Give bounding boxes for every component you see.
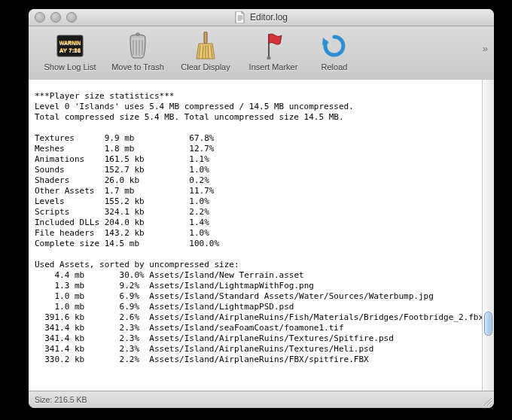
- document-icon: [235, 11, 245, 23]
- window-title: Editor.log: [29, 9, 494, 26]
- status-size: Size: 216.5 KB: [35, 395, 87, 404]
- svg-text:AY 7:36: AY 7:36: [59, 47, 81, 53]
- log-viewport: ***Player size statistics*** Level 0 'Is…: [29, 80, 494, 391]
- toolbar-label: Move to Trash: [111, 62, 164, 72]
- move-to-trash-button[interactable]: Move to Trash: [104, 31, 172, 72]
- clear-display-button[interactable]: Clear Display: [172, 31, 239, 72]
- insert-marker-button[interactable]: Insert Marker: [239, 31, 307, 72]
- toolbar-label: Reload: [322, 62, 348, 72]
- svg-rect-4: [136, 33, 139, 35]
- scroll-thumb[interactable]: [484, 312, 492, 336]
- broom-icon: [194, 31, 217, 61]
- warning-badge-icon: WARNINAY 7:36: [56, 31, 84, 61]
- toolbar-label: Clear Display: [181, 62, 230, 72]
- titlebar[interactable]: Editor.log: [29, 9, 494, 26]
- vertical-scrollbar[interactable]: [482, 80, 494, 391]
- toolbar-label: Insert Marker: [249, 62, 298, 72]
- trash-icon: [126, 31, 149, 61]
- show-log-list-button[interactable]: WARNINAY 7:36 Show Log List: [36, 31, 104, 72]
- toolbar: WARNINAY 7:36 Show Log List Move to Tras…: [29, 26, 494, 86]
- toolbar-label: Show Log List: [44, 62, 96, 72]
- toolbar-overflow-button[interactable]: »: [483, 43, 488, 54]
- log-text[interactable]: ***Player size statistics*** Level 0 'Is…: [29, 88, 494, 368]
- flag-icon: [262, 31, 285, 61]
- reload-button[interactable]: Reload: [307, 31, 361, 72]
- svg-text:WARNIN: WARNIN: [59, 40, 81, 45]
- app-window: Editor.log WARNINAY 7:36 Show Log List M…: [29, 9, 494, 408]
- resize-grip[interactable]: [482, 396, 492, 406]
- svg-rect-5: [204, 32, 207, 44]
- status-bar: Size: 216.5 KB: [29, 391, 494, 408]
- reload-icon: [322, 31, 347, 61]
- svg-point-6: [267, 56, 271, 60]
- window-title-text: Editor.log: [250, 12, 288, 23]
